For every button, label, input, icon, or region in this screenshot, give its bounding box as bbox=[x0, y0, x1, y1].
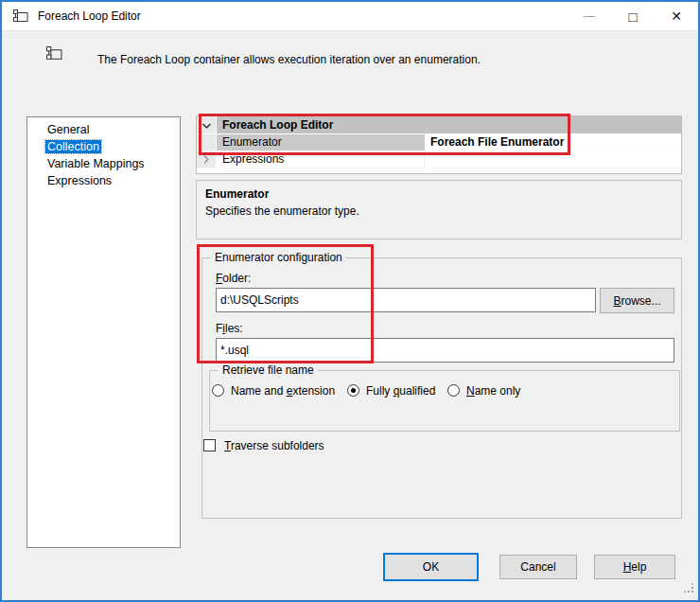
folder-input[interactable] bbox=[216, 288, 596, 312]
retrieve-file-name-legend: Retrieve file name bbox=[219, 363, 318, 377]
cancel-button[interactable]: Cancel bbox=[499, 555, 577, 579]
chevron-right-icon[interactable] bbox=[203, 153, 209, 167]
property-grid-category-row[interactable]: Foreach Loop Editor bbox=[197, 116, 681, 134]
pages-tree: General Collection Variable Mappings Exp… bbox=[26, 116, 181, 548]
chevron-down-icon[interactable] bbox=[202, 118, 211, 132]
radio-name-and-extension[interactable]: Name and extension bbox=[212, 383, 335, 398]
radio-selected-icon bbox=[347, 384, 359, 397]
radio-fully-qualified[interactable]: Fully qualified bbox=[347, 383, 435, 398]
files-label: Files: bbox=[216, 322, 243, 335]
maximize-icon[interactable]: □ bbox=[611, 2, 655, 30]
help-button[interactable]: Help bbox=[594, 555, 675, 579]
window-title: Foreach Loop Editor bbox=[38, 9, 141, 23]
minimize-icon[interactable]: — bbox=[568, 2, 611, 30]
property-value-expressions[interactable] bbox=[425, 151, 681, 168]
property-value-enumerator[interactable]: Foreach File Enumerator bbox=[425, 134, 681, 150]
retrieve-file-name-group: Retrieve file name bbox=[209, 370, 680, 432]
dialog-header: The Foreach Loop container allows execut… bbox=[2, 32, 698, 91]
property-grid: Foreach Loop Editor Enumerator Foreach F… bbox=[196, 115, 682, 174]
sidebar-item-expressions[interactable]: Expressions bbox=[27, 172, 180, 189]
sidebar-item-general[interactable]: General bbox=[27, 121, 180, 138]
dialog-description: The Foreach Loop container allows execut… bbox=[97, 53, 481, 66]
property-name: Expressions bbox=[217, 151, 425, 168]
window-controls: — □ ✕ bbox=[568, 2, 698, 30]
property-description-title: Enumerator bbox=[205, 187, 673, 201]
close-icon[interactable]: ✕ bbox=[655, 2, 698, 30]
foreach-loop-container-icon bbox=[46, 46, 62, 64]
enumerator-configuration-legend: Enumerator configuration bbox=[211, 251, 346, 264]
traverse-subfolders-checkbox[interactable]: Traverse subfolders bbox=[203, 438, 324, 452]
sidebar-item-variable-mappings[interactable]: Variable Mappings bbox=[27, 155, 180, 172]
folder-label: Folder: bbox=[216, 272, 251, 285]
property-row-enumerator[interactable]: Enumerator Foreach File Enumerator bbox=[197, 134, 681, 151]
radio-icon bbox=[212, 384, 224, 397]
ok-button[interactable]: OK bbox=[383, 553, 479, 581]
sidebar-item-collection[interactable]: Collection bbox=[27, 138, 180, 155]
resize-grip-icon[interactable] bbox=[684, 582, 693, 595]
property-name: Enumerator bbox=[217, 134, 425, 150]
foreach-loop-editor-dialog: Foreach Loop Editor — □ ✕ The Foreach Lo… bbox=[0, 0, 700, 602]
radio-icon bbox=[447, 384, 460, 397]
property-grid-category-label: Foreach Loop Editor bbox=[217, 116, 681, 133]
property-row-expressions[interactable]: Expressions bbox=[197, 151, 681, 168]
title-bar[interactable]: Foreach Loop Editor — □ ✕ bbox=[2, 2, 698, 31]
browse-button[interactable]: Browse... bbox=[600, 288, 674, 313]
checkbox-icon bbox=[203, 439, 216, 452]
property-grid-empty-area bbox=[197, 168, 681, 173]
property-description-panel: Enumerator Specifies the enumerator type… bbox=[196, 180, 682, 239]
radio-name-only[interactable]: Name only bbox=[447, 383, 520, 398]
property-description-text: Specifies the enumerator type. bbox=[205, 204, 673, 218]
foreach-loop-container-icon bbox=[13, 9, 28, 24]
files-input[interactable] bbox=[216, 338, 674, 363]
